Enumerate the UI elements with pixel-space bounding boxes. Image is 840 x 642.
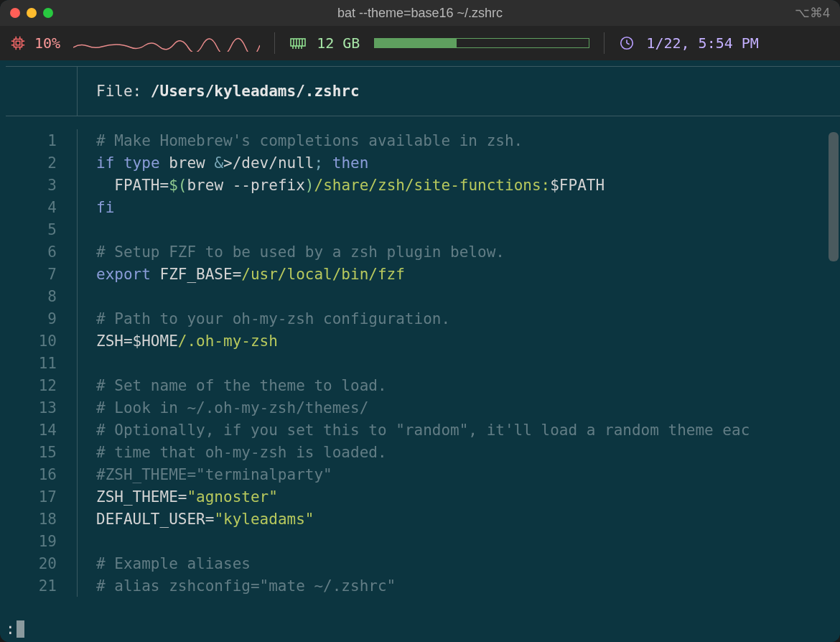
traffic-lights xyxy=(10,8,53,18)
code-text: # Make Homebrew's completions available … xyxy=(78,132,523,149)
svg-rect-1 xyxy=(16,41,20,45)
separator xyxy=(604,32,605,54)
code-line: 21# alias zshconfig="mate ~/.zshrc" xyxy=(6,574,840,597)
line-number: 1 xyxy=(6,129,78,152)
code-area[interactable]: 1# Make Homebrew's completions available… xyxy=(6,116,840,597)
line-number: 16 xyxy=(6,463,78,485)
code-line: 15# time that oh-my-zsh is loaded. xyxy=(6,441,840,463)
code-line: 18DEFAULT_USER="kyleadams" xyxy=(6,508,840,530)
prompt-char: : xyxy=(6,620,15,638)
line-number: 18 xyxy=(6,508,78,530)
titlebar[interactable]: bat --theme=base16 ~/.zshrc ⌥⌘4 xyxy=(0,0,840,26)
cursor xyxy=(17,620,24,638)
code-line: 13# Look in ~/.oh-my-zsh/themes/ xyxy=(6,396,840,419)
cpu-icon xyxy=(10,35,26,51)
code-line: 4fi xyxy=(6,196,840,218)
line-number: 21 xyxy=(6,574,78,597)
file-header: File: /Users/kyleadams/.zshrc xyxy=(6,66,840,116)
line-number: 2 xyxy=(6,152,78,174)
code-text: #ZSH_THEME="terminalparty" xyxy=(78,466,332,483)
terminal-window: bat --theme=base16 ~/.zshrc ⌥⌘4 10% xyxy=(0,0,840,642)
cpu-percent: 10% xyxy=(34,34,60,52)
line-number: 10 xyxy=(6,330,78,352)
code-text: # Path to your oh-my-zsh configuration. xyxy=(78,310,450,327)
code-line: 7export FZF_BASE=/usr/local/bin/fzf xyxy=(6,263,840,285)
svg-rect-10 xyxy=(291,39,305,46)
file-path: /Users/kyleadams/.zshrc xyxy=(151,83,360,100)
line-number: 3 xyxy=(6,174,78,196)
line-number: 11 xyxy=(6,352,78,374)
code-text: DEFAULT_USER="kyleadams" xyxy=(78,511,314,528)
code-text: export FZF_BASE=/usr/local/bin/fzf xyxy=(78,266,405,283)
line-number: 13 xyxy=(6,396,78,419)
window-title: bat --theme=base16 ~/.zshrc xyxy=(0,6,840,21)
code-text: ZSH=$HOME/.oh-my-zsh xyxy=(78,332,278,350)
line-number: 14 xyxy=(6,419,78,441)
code-text: FPATH=$(brew --prefix)/share/zsh/site-fu… xyxy=(78,177,605,194)
shortcut-text: ⌥⌘4 xyxy=(795,5,830,21)
line-number: 4 xyxy=(6,196,78,218)
zoom-button[interactable] xyxy=(43,8,53,18)
code-line: 20# Example aliases xyxy=(6,552,840,574)
svg-line-21 xyxy=(627,43,630,45)
memory-icon xyxy=(289,36,307,50)
memory-bar xyxy=(374,38,589,48)
line-number: 8 xyxy=(6,285,78,307)
file-label: File: xyxy=(96,83,151,100)
minimize-button[interactable] xyxy=(27,8,37,18)
terminal-content[interactable]: File: /Users/kyleadams/.zshrc 1# Make Ho… xyxy=(0,60,840,642)
code-line: 8 xyxy=(6,285,840,307)
svg-rect-0 xyxy=(14,39,22,47)
code-line: 11 xyxy=(6,352,840,374)
code-text: # time that oh-my-zsh is loaded. xyxy=(78,444,387,461)
code-text: # Example aliases xyxy=(78,555,251,572)
code-line: 19 xyxy=(6,530,840,552)
close-button[interactable] xyxy=(10,8,20,18)
line-number: 12 xyxy=(6,374,78,396)
code-line: 12# Set name of the theme to load. xyxy=(6,374,840,396)
code-line: 10ZSH=$HOME/.oh-my-zsh xyxy=(6,330,840,352)
line-number: 20 xyxy=(6,552,78,574)
pager-prompt[interactable]: : xyxy=(6,620,24,638)
separator xyxy=(274,32,275,54)
status-bar: 10% 12 GB 1/22, 5:54 PM xyxy=(0,26,840,60)
code-line: 9# Path to your oh-my-zsh configuration. xyxy=(6,307,840,330)
code-text: # Setup FZF to be used by a zsh plugin b… xyxy=(78,243,505,261)
code-line: 14# Optionally, if you set this to "rand… xyxy=(6,419,840,441)
memory-text: 12 GB xyxy=(317,34,360,52)
code-text: # Optionally, if you set this to "random… xyxy=(78,422,750,439)
code-line: 5 xyxy=(6,218,840,241)
datetime-text: 1/22, 5:54 PM xyxy=(646,34,759,52)
code-line: 17ZSH_THEME="agnoster" xyxy=(6,485,840,508)
line-number: 17 xyxy=(6,485,78,508)
code-line: 16#ZSH_THEME="terminalparty" xyxy=(6,463,840,485)
clock-icon xyxy=(619,35,635,51)
code-line: 2if type brew &>/dev/null; then xyxy=(6,152,840,174)
line-number: 6 xyxy=(6,241,78,263)
line-number: 7 xyxy=(6,263,78,285)
cpu-sparkline xyxy=(73,34,260,52)
line-number: 19 xyxy=(6,530,78,552)
code-text: # Look in ~/.oh-my-zsh/themes/ xyxy=(78,399,368,417)
shortcut-badge: ⌥⌘4 xyxy=(795,5,830,21)
code-text: # alias zshconfig="mate ~/.zshrc" xyxy=(78,577,396,595)
code-text: fi xyxy=(78,199,114,216)
code-text: # Set name of the theme to load. xyxy=(78,377,387,394)
scrollbar-thumb[interactable] xyxy=(829,132,839,261)
line-number: 9 xyxy=(6,307,78,330)
code-line: 6# Setup FZF to be used by a zsh plugin … xyxy=(6,241,840,263)
code-text: ZSH_THEME="agnoster" xyxy=(78,488,278,506)
code-line: 3 FPATH=$(brew --prefix)/share/zsh/site-… xyxy=(6,174,840,196)
line-number: 5 xyxy=(6,218,78,241)
line-number: 15 xyxy=(6,441,78,463)
code-line: 1# Make Homebrew's completions available… xyxy=(6,129,840,152)
code-text: if type brew &>/dev/null; then xyxy=(78,154,368,172)
